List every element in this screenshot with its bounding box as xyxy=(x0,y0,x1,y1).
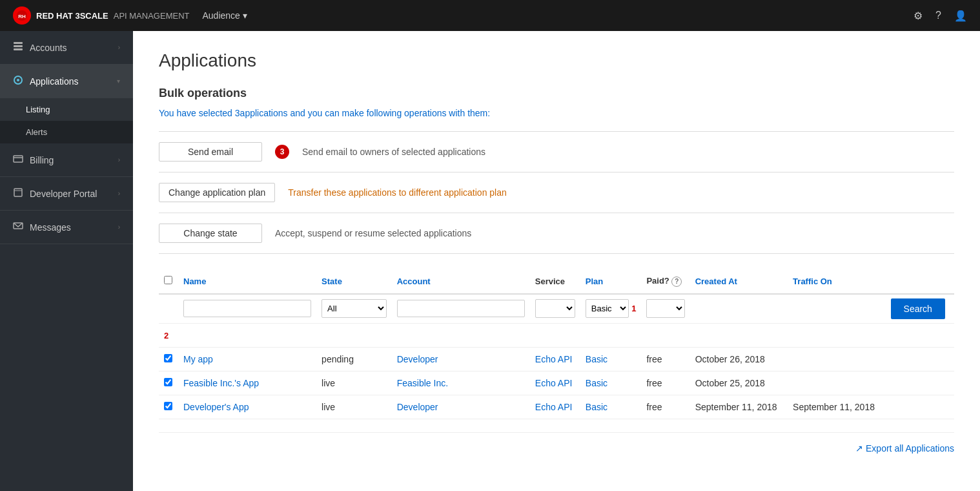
accounts-icon xyxy=(13,41,23,54)
send-email-description: Send email to owners of selected applica… xyxy=(302,147,485,157)
bulk-description: You have selected 3applications and you … xyxy=(159,108,954,118)
question-icon[interactable]: ? xyxy=(935,10,941,21)
filter-row: All live pending suspended xyxy=(159,294,954,324)
row-service: Echo API xyxy=(530,395,580,419)
sidebar-item-applications[interactable]: Applications ▾ xyxy=(0,65,133,98)
billing-icon xyxy=(13,154,23,166)
row-account-link[interactable]: Developer xyxy=(397,402,438,412)
change-plan-description: Transfer these applications to different… xyxy=(288,187,507,198)
row-checkbox[interactable] xyxy=(164,354,172,362)
row-name-link[interactable]: Developer's App xyxy=(183,402,249,412)
filter-name-cell xyxy=(178,294,316,324)
filter-paid-select[interactable]: free paid xyxy=(646,299,684,318)
plan-filter-badge: 1 xyxy=(631,304,636,313)
row-traffic-on xyxy=(788,371,885,395)
sidebar-billing-label: Billing xyxy=(30,155,54,165)
change-plan-button[interactable]: Change application plan xyxy=(159,183,275,202)
filter-account-input[interactable] xyxy=(397,300,525,317)
row-plan-link[interactable]: Basic xyxy=(586,378,607,388)
row-plan-link[interactable]: Basic xyxy=(586,354,607,364)
select-all-header[interactable] xyxy=(159,269,178,294)
row-name-link[interactable]: My app xyxy=(183,354,213,364)
row-state: live xyxy=(316,395,392,419)
col-header-traffic-on[interactable]: Traffic On xyxy=(788,269,885,294)
sidebar-item-alerts[interactable]: Alerts xyxy=(0,121,133,143)
row-checkbox-cell xyxy=(159,371,178,395)
row-service-link[interactable]: Echo API xyxy=(535,402,573,412)
row-plan: Basic xyxy=(580,371,642,395)
row-name-link[interactable]: Feasible Inc.'s App xyxy=(183,378,259,388)
svg-text:RH: RH xyxy=(18,14,26,19)
row-created-at: October 26, 2018 xyxy=(690,347,788,371)
layout: Accounts › Applications ▾ Listing Alerts xyxy=(0,31,980,491)
filter-paid-cell: free paid xyxy=(641,294,689,324)
row-name: Feasible Inc.'s App xyxy=(178,371,316,395)
change-state-description: Accept, suspend or resume selected appli… xyxy=(275,228,471,238)
sidebar-portal-label: Developer Portal xyxy=(30,189,97,199)
bulk-operations-title: Bulk operations xyxy=(159,87,954,100)
col-header-account[interactable]: Account xyxy=(392,269,530,294)
export-link[interactable]: ↗ Export all Applications xyxy=(855,443,954,454)
paid-help-icon[interactable]: ? xyxy=(671,277,682,287)
row-service-link[interactable]: Echo API xyxy=(535,378,573,388)
sidebar-sub-applications: Listing Alerts xyxy=(0,98,133,143)
filter-state-select[interactable]: All live pending suspended xyxy=(322,299,387,318)
svg-rect-2 xyxy=(14,42,23,44)
chevron-down-icon: ▾ xyxy=(243,10,247,21)
row-checkbox[interactable] xyxy=(164,402,172,410)
select-all-count-badge: 2 xyxy=(164,331,168,340)
col-header-created-at[interactable]: Created At xyxy=(690,269,788,294)
bulk-selected-count: 3 xyxy=(235,108,240,118)
svg-point-6 xyxy=(17,79,19,81)
search-button[interactable]: Search xyxy=(891,298,945,319)
col-header-state[interactable]: State xyxy=(316,269,392,294)
table-body: My app pending Developer Echo API Basic … xyxy=(159,347,954,419)
row-plan-link[interactable]: Basic xyxy=(586,402,607,412)
row-name: My app xyxy=(178,347,316,371)
table-header-row: Name State Account Service Plan xyxy=(159,269,954,294)
sidebar-item-accounts[interactable]: Accounts › xyxy=(0,31,133,65)
change-state-button[interactable]: Change state xyxy=(159,224,262,243)
row-service-link[interactable]: Echo API xyxy=(535,354,573,364)
bulk-row-change-plan: Change application plan Transfer these a… xyxy=(159,172,954,213)
select-all-checkbox[interactable] xyxy=(164,276,172,284)
row-service: Echo API xyxy=(530,347,580,371)
col-header-service: Service xyxy=(530,269,580,294)
row-name: Developer's App xyxy=(178,395,316,419)
user-icon[interactable]: 👤 xyxy=(954,10,967,22)
gear-icon[interactable]: ⚙ xyxy=(914,10,923,22)
svg-rect-9 xyxy=(14,189,22,196)
brand-subtitle: API MANAGEMENT xyxy=(114,11,190,21)
col-header-plan[interactable]: Plan xyxy=(580,269,642,294)
filter-name-input[interactable] xyxy=(183,300,311,317)
filter-service-cell xyxy=(530,294,580,324)
sidebar-item-billing[interactable]: Billing › xyxy=(0,143,133,177)
audience-menu[interactable]: Audience ▾ xyxy=(202,10,247,21)
row-paid: free xyxy=(641,371,689,395)
sidebar-item-listing[interactable]: Listing xyxy=(0,98,133,121)
filter-plan-select[interactable]: Basic xyxy=(586,299,629,318)
table-row: My app pending Developer Echo API Basic … xyxy=(159,347,954,371)
export-section: ↗ Export all Applications xyxy=(159,432,954,454)
top-nav-icons: ⚙ ? 👤 xyxy=(914,10,967,22)
sidebar-messages-label: Messages xyxy=(30,222,71,233)
filter-search-cell: Search xyxy=(886,294,954,324)
svg-rect-3 xyxy=(14,45,23,47)
send-email-button[interactable]: Send email xyxy=(159,142,262,162)
sidebar-item-developer-portal[interactable]: Developer Portal › xyxy=(0,177,133,211)
filter-account-cell xyxy=(392,294,530,324)
top-nav: RH RED HAT 3SCALE API MANAGEMENT Audienc… xyxy=(0,0,980,31)
filter-traffic-cell xyxy=(788,294,885,324)
filter-service-select[interactable] xyxy=(535,299,575,318)
row-account-link[interactable]: Feasible Inc. xyxy=(397,378,448,388)
applications-table: Name State Account Service Plan xyxy=(159,269,954,419)
chevron-right-icon-messages: › xyxy=(118,224,120,231)
col-header-paid: Paid? ? xyxy=(641,269,689,294)
sidebar-item-messages[interactable]: Messages › xyxy=(0,211,133,244)
row-account-link[interactable]: Developer xyxy=(397,354,438,364)
sidebar-accounts-label: Accounts xyxy=(30,43,67,53)
row-paid: free xyxy=(641,395,689,419)
row-checkbox[interactable] xyxy=(164,378,172,386)
row-checkbox-cell xyxy=(159,395,178,419)
col-header-name[interactable]: Name xyxy=(178,269,316,294)
